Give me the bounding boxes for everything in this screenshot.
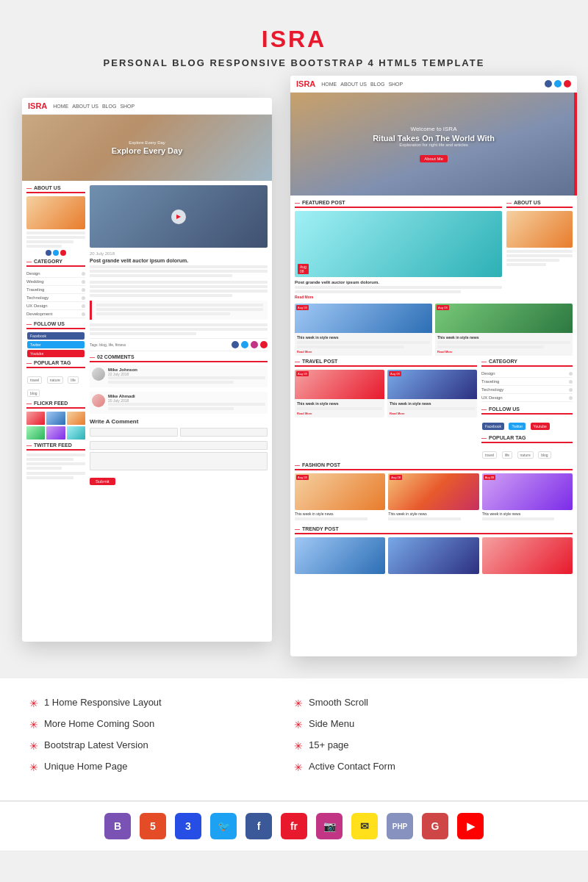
feature-8: ✳ Active Contact Form — [294, 761, 559, 773]
post-text-8 — [90, 323, 268, 326]
right-tag-title: POPULAR TAG — [481, 435, 573, 443]
ltag-2[interactable]: nature — [47, 376, 63, 384]
card-2-badge: Aug 08 — [437, 305, 449, 310]
post-text-5 — [90, 285, 268, 288]
flickr-3 — [67, 412, 85, 425]
lcat-dot-3 — [82, 288, 85, 292]
about-text-1 — [506, 250, 573, 253]
social-icon-tw[interactable] — [554, 80, 562, 87]
left-fb-icon[interactable] — [46, 250, 51, 256]
ltag-3[interactable]: life — [68, 376, 78, 384]
tweet-2 — [26, 458, 74, 461]
share-fb[interactable] — [232, 341, 239, 348]
ltag-4[interactable]: blog — [27, 390, 40, 397]
left-hero-small: Explore Every Day — [112, 140, 183, 145]
fb-follow-btn[interactable]: Facebook — [482, 423, 504, 430]
left-nav-home[interactable]: HOME — [53, 104, 68, 109]
nav-link-blog[interactable]: BLOG — [370, 82, 384, 87]
form-title: Write A Comment — [90, 418, 268, 425]
tag-3[interactable]: nature — [517, 451, 534, 459]
nav-link-shop[interactable]: SHOP — [388, 82, 403, 87]
trendy-title: TRENDY POST — [295, 526, 573, 534]
ltag-1[interactable]: travel — [27, 376, 42, 384]
left-nav-shop[interactable]: SHOP — [120, 104, 135, 109]
right-hero: Welcome to ISRA Ritual Takes On The Worl… — [290, 93, 577, 196]
left-fb-btn[interactable]: Facebook — [27, 332, 85, 340]
fashion-text-3: This week in style news — [482, 512, 573, 516]
fashion-title: FASHION POST — [295, 462, 573, 470]
post-meta: 20 July 2018 — [90, 251, 268, 256]
travel-card-2-title: This week in style news — [390, 401, 475, 406]
share-ig[interactable] — [251, 341, 258, 348]
features-left-col: ✳ 1 Home Responsive Layout ✳ More Home C… — [29, 697, 294, 782]
featured-badge: Aug08 — [298, 264, 309, 274]
message-field[interactable] — [90, 452, 268, 470]
name-field[interactable] — [90, 428, 178, 437]
card-2-read-more[interactable]: Read More — [437, 350, 570, 354]
main-post-img: ▶ — [90, 185, 268, 248]
lcat-dot-2 — [82, 280, 85, 284]
tag-4[interactable]: blog — [538, 451, 551, 459]
feature-icon-7: ✳ — [294, 740, 303, 752]
card-1-img: Aug 08 — [295, 304, 432, 333]
subject-field[interactable] — [90, 441, 268, 450]
right-nav: ISRA HOME ABOUT US BLOG SHOP — [290, 76, 577, 93]
left-hero-content: Explore Every Day Explore Every Day — [112, 140, 183, 155]
comment-2-text-1 — [108, 403, 265, 406]
left-nav-blog[interactable]: BLOG — [102, 104, 116, 109]
hero-content: Welcome to ISRA Ritual Takes On The Worl… — [373, 126, 495, 163]
trendy-img-2 — [388, 537, 478, 574]
social-icon-yt[interactable] — [564, 80, 571, 87]
hero-main-text: Ritual Takes On The World With — [373, 134, 495, 143]
yt-follow-btn[interactable]: Youtube — [531, 423, 550, 430]
follow-buttons: Facebook Twitter Youtube — [481, 417, 573, 431]
feature-label-1: 1 Home Responsive Layout — [44, 697, 162, 708]
fashion-img-2: Aug 08 — [388, 473, 478, 510]
nav-link-home[interactable]: HOME — [321, 82, 337, 87]
card-1-read-more[interactable]: Read More — [297, 350, 430, 354]
left-tw-icon[interactable] — [53, 250, 59, 256]
post-tags: Tags: blog, life, fitness — [90, 343, 126, 347]
flickr-6 — [67, 426, 85, 440]
form-name-email — [90, 428, 268, 439]
feature-1: ✳ 1 Home Responsive Layout — [29, 697, 294, 709]
submit-button[interactable]: Submit — [90, 478, 115, 485]
post-quote — [90, 301, 268, 320]
tag-2[interactable]: life — [502, 451, 512, 459]
share-tw[interactable] — [241, 341, 248, 348]
left-nav-about[interactable]: ABOUT US — [72, 104, 98, 109]
card-2-text — [437, 341, 570, 344]
hero-small-text: Welcome to ISRA — [373, 126, 495, 132]
hero-button[interactable]: About Me — [420, 155, 448, 162]
email-field[interactable] — [180, 428, 268, 437]
share-yt[interactable] — [260, 341, 268, 348]
lcat-dot-6 — [82, 312, 85, 316]
trendy-img-1 — [295, 537, 385, 574]
css3-icon: 3 — [175, 813, 201, 839]
play-button[interactable]: ▶ — [171, 209, 186, 224]
fashion-card-3: Aug 08 This week in style news — [482, 473, 573, 522]
fashion-card-1: Aug 08 This week in style news — [295, 473, 385, 522]
left-category-title: CATEGORY — [26, 259, 85, 267]
left-yt-btn[interactable]: Youtube — [27, 350, 85, 357]
feature-icon-5: ✳ — [294, 698, 303, 709]
featured-read-more[interactable]: Read More — [295, 295, 502, 299]
tag-1[interactable]: travel — [482, 451, 497, 459]
share-icons — [232, 341, 268, 348]
feature-7: ✳ 15+ page — [294, 739, 559, 752]
left-yt-icon[interactable] — [60, 250, 66, 256]
mailchimp-icon: ✉ — [351, 813, 378, 839]
travel-read-more-1[interactable]: Read More — [297, 412, 382, 415]
hero-accent — [574, 93, 577, 196]
about-img — [506, 211, 573, 248]
left-tw-btn[interactable]: Twitter — [27, 341, 85, 348]
social-icon-fb[interactable] — [545, 80, 552, 87]
screenshots-area: ISRA HOME ABOUT US BLOG SHOP Welcome to … — [0, 76, 588, 678]
travel-read-more-2[interactable]: Read More — [390, 412, 475, 415]
nav-link-about[interactable]: ABOUT US — [340, 82, 367, 87]
feature-icon-8: ✳ — [294, 761, 303, 773]
tw-follow-btn[interactable]: Twitter — [509, 423, 526, 430]
fashion-img-1: Aug 08 — [295, 473, 385, 510]
flickr-2 — [46, 412, 65, 425]
lcat-5: UX Design — [26, 302, 85, 310]
